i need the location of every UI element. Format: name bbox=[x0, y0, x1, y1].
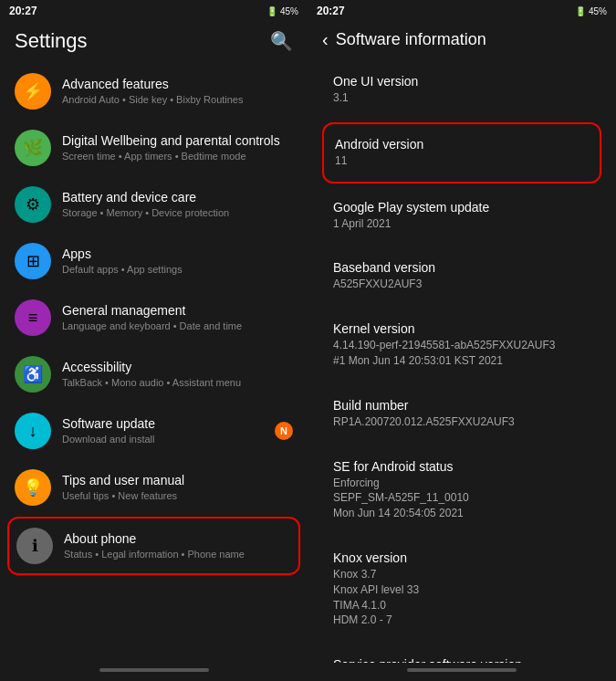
general-management-sub: Language and keyboard • Date and time bbox=[62, 320, 293, 332]
settings-item-general-management[interactable]: ≡General managementLanguage and keyboard… bbox=[7, 290, 300, 345]
software-update-icon: ↓ bbox=[15, 413, 51, 449]
left-status-bar: 20:27 🔋 45% bbox=[0, 0, 308, 22]
advanced-features-sub: Android Auto • Side key • Bixby Routines bbox=[62, 93, 293, 106]
battery-icon: ⚙ bbox=[15, 186, 51, 223]
advanced-features-name: Advanced features bbox=[62, 76, 293, 92]
info-item-one-ui-version[interactable]: One UI version3.1 bbox=[322, 61, 601, 119]
knox-version-value: Knox 3.7 Knox API level 33 TIMA 4.1.0 HD… bbox=[333, 567, 590, 628]
accessibility-sub: TalkBack • Mono audio • Assistant menu bbox=[62, 376, 293, 389]
advanced-features-icon: ⚡ bbox=[15, 73, 51, 110]
general-management-icon: ≡ bbox=[15, 299, 51, 336]
baseband-version-label: Baseband version bbox=[333, 260, 590, 275]
general-management-text: General managementLanguage and keyboard … bbox=[62, 302, 293, 332]
battery-name: Battery and device care bbox=[62, 189, 293, 205]
software-update-text: Software updateDownload and install bbox=[62, 415, 275, 445]
right-home-indicator bbox=[407, 668, 517, 672]
android-version-value: 11 bbox=[335, 153, 589, 169]
digital-wellbeing-sub: Screen time • App timers • Bedtime mode bbox=[62, 150, 293, 162]
page-title: Settings bbox=[15, 29, 88, 53]
info-item-build-number[interactable]: Build numberRP1A.200720.012.A525FXXU2AUF… bbox=[322, 385, 601, 443]
settings-item-apps[interactable]: ⊞AppsDefault apps • App settings bbox=[7, 234, 300, 288]
right-time: 20:27 bbox=[317, 5, 345, 17]
left-header: Settings 🔍 bbox=[0, 22, 308, 64]
tips-name: Tips and user manual bbox=[62, 472, 293, 488]
knox-version-label: Knox version bbox=[333, 550, 590, 565]
software-info-list: One UI version3.1Android version11Google… bbox=[308, 61, 616, 663]
digital-wellbeing-icon: 🌿 bbox=[15, 130, 51, 166]
advanced-features-text: Advanced featuresAndroid Auto • Side key… bbox=[62, 76, 293, 106]
se-android-status-label: SE for Android status bbox=[333, 459, 590, 474]
settings-item-tips[interactable]: 💡Tips and user manualUseful tips • New f… bbox=[7, 460, 300, 515]
accessibility-text: AccessibilityTalkBack • Mono audio • Ass… bbox=[62, 359, 293, 389]
build-number-value: RP1A.200720.012.A525FXXU2AUF3 bbox=[333, 414, 590, 430]
right-status-icons: 🔋 45% bbox=[575, 6, 607, 16]
left-time: 20:27 bbox=[9, 5, 37, 17]
battery-text: Battery and device careStorage • Memory … bbox=[62, 189, 293, 219]
back-button[interactable]: ‹ bbox=[322, 29, 329, 50]
apps-sub: Default apps • App settings bbox=[62, 263, 293, 276]
android-version-label: Android version bbox=[335, 137, 589, 152]
accessibility-name: Accessibility bbox=[62, 359, 293, 375]
info-item-kernel-version[interactable]: Kernel version4.14.190-perf-21945581-abA… bbox=[322, 309, 601, 382]
right-panel: 20:27 🔋 45% ‹ Software information One U… bbox=[308, 0, 616, 681]
settings-item-software-update[interactable]: ↓Software updateDownload and installN bbox=[7, 403, 300, 458]
info-item-se-android-status[interactable]: SE for Android statusEnforcing SEPF_SM-A… bbox=[322, 446, 601, 534]
tips-sub: Useful tips • New features bbox=[62, 489, 293, 502]
left-battery-pct: 45% bbox=[280, 6, 298, 16]
baseband-version-value: A525FXXU2AUF3 bbox=[333, 277, 590, 292]
tips-icon: 💡 bbox=[15, 469, 51, 506]
home-indicator bbox=[99, 668, 209, 672]
kernel-version-value: 4.14.190-perf-21945581-abA525FXXU2AUF3 #… bbox=[333, 338, 590, 369]
about-phone-text: About phoneStatus • Legal information • … bbox=[64, 530, 291, 561]
settings-list: ⚡Advanced featuresAndroid Auto • Side ke… bbox=[0, 64, 308, 663]
settings-item-advanced-features[interactable]: ⚡Advanced featuresAndroid Auto • Side ke… bbox=[7, 64, 300, 119]
apps-name: Apps bbox=[62, 246, 293, 262]
kernel-version-label: Kernel version bbox=[333, 321, 590, 336]
info-item-android-version[interactable]: Android version11 bbox=[322, 122, 601, 183]
one-ui-version-label: One UI version bbox=[333, 74, 590, 89]
one-ui-version-value: 3.1 bbox=[333, 90, 590, 106]
settings-item-accessibility[interactable]: ♿AccessibilityTalkBack • Mono audio • As… bbox=[7, 347, 300, 402]
info-item-service-provider-version[interactable]: Service provider software versionSAOMC_S… bbox=[322, 644, 601, 663]
digital-wellbeing-text: Digital Wellbeing and parental controlsS… bbox=[62, 132, 293, 162]
search-icon[interactable]: 🔍 bbox=[270, 30, 293, 52]
software-update-name: Software update bbox=[62, 415, 275, 432]
left-panel: 20:27 🔋 45% Settings 🔍 ⚡Advanced feature… bbox=[0, 0, 308, 681]
settings-item-digital-wellbeing[interactable]: 🌿Digital Wellbeing and parental controls… bbox=[7, 120, 300, 175]
accessibility-icon: ♿ bbox=[15, 356, 51, 393]
settings-item-battery[interactable]: ⚙Battery and device careStorage • Memory… bbox=[7, 177, 300, 232]
battery-sub: Storage • Memory • Device protection bbox=[62, 206, 293, 219]
build-number-label: Build number bbox=[333, 398, 590, 413]
digital-wellbeing-name: Digital Wellbeing and parental controls bbox=[62, 132, 293, 149]
right-battery-pct: 45% bbox=[589, 6, 607, 16]
left-status-icons: 🔋 45% bbox=[266, 6, 298, 16]
right-battery-icon: 🔋 bbox=[575, 6, 586, 16]
software-update-badge: N bbox=[275, 422, 293, 440]
software-update-sub: Download and install bbox=[62, 433, 275, 445]
se-android-status-value: Enforcing SEPF_SM-A525F_11_0010 Mon Jun … bbox=[333, 476, 590, 521]
general-management-name: General management bbox=[62, 302, 293, 319]
left-battery-icon: 🔋 bbox=[266, 6, 277, 16]
info-item-knox-version[interactable]: Knox versionKnox 3.7 Knox API level 33 T… bbox=[322, 538, 601, 641]
right-page-title: Software information bbox=[336, 30, 486, 49]
info-item-baseband-version[interactable]: Baseband versionA525FXXU2AUF3 bbox=[322, 247, 601, 305]
tips-text: Tips and user manualUseful tips • New fe… bbox=[62, 472, 293, 502]
settings-item-about-phone[interactable]: ℹAbout phoneStatus • Legal information •… bbox=[7, 517, 300, 575]
left-bottom-bar bbox=[0, 663, 308, 681]
google-play-update-label: Google Play system update bbox=[333, 200, 590, 215]
right-status-bar: 20:27 🔋 45% bbox=[308, 0, 616, 22]
apps-icon: ⊞ bbox=[15, 243, 51, 279]
info-item-google-play-update[interactable]: Google Play system update1 April 2021 bbox=[322, 187, 601, 245]
about-phone-name: About phone bbox=[64, 530, 291, 547]
right-bottom-bar bbox=[308, 663, 616, 681]
apps-text: AppsDefault apps • App settings bbox=[62, 246, 293, 276]
about-phone-icon: ℹ bbox=[16, 528, 53, 564]
about-phone-sub: Status • Legal information • Phone name bbox=[64, 548, 291, 561]
google-play-update-value: 1 April 2021 bbox=[333, 216, 590, 232]
right-header: ‹ Software information bbox=[308, 22, 616, 61]
